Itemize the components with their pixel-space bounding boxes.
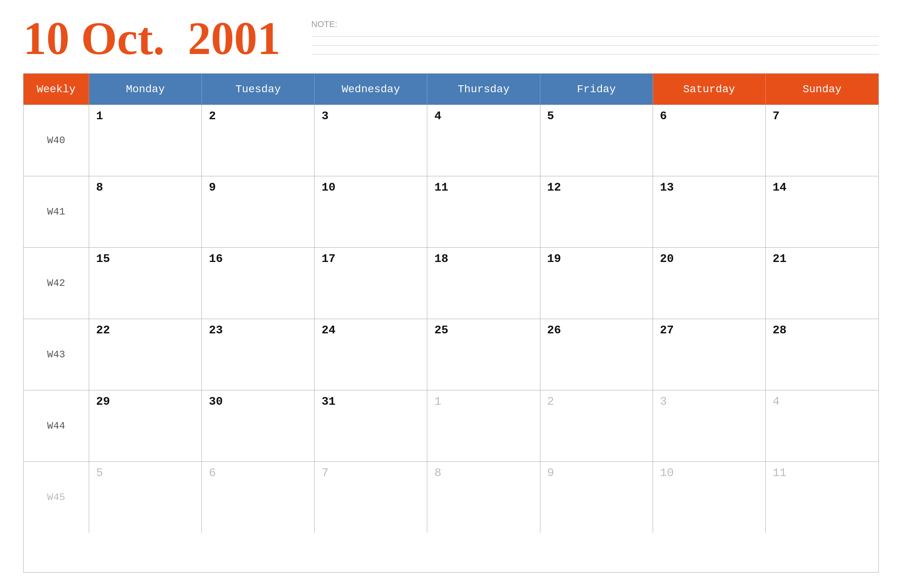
day-number: 6 xyxy=(660,110,667,123)
header-sunday: Sunday xyxy=(766,74,878,105)
day-number: 11 xyxy=(434,181,448,194)
day-number: 8 xyxy=(96,181,103,194)
day-cell: 19 xyxy=(540,248,653,319)
day-number: 5 xyxy=(547,110,554,123)
day-number: 19 xyxy=(547,252,561,265)
day-cell: 17 xyxy=(315,248,427,319)
week-label-W45: W45 xyxy=(24,462,89,533)
header-wednesday: Wednesday xyxy=(315,74,427,105)
header-left: 10 Oct. 2001 xyxy=(23,15,281,62)
day-number: 1 xyxy=(96,110,103,123)
header-friday: Friday xyxy=(540,74,653,105)
note-line-1 xyxy=(311,36,879,37)
day-cell: 21 xyxy=(766,248,878,319)
day-number: 2 xyxy=(209,110,216,123)
day-cell: 29 xyxy=(89,390,202,461)
day-cell: 30 xyxy=(202,390,315,461)
day-cell: 7 xyxy=(315,462,427,533)
header-saturday: Saturday xyxy=(653,74,766,105)
day-number: 25 xyxy=(434,324,448,337)
day-cell: 11 xyxy=(427,176,540,247)
calendar-row: W4322232425262728 xyxy=(24,319,878,390)
day-number: 3 xyxy=(660,395,667,408)
day-cell: 3 xyxy=(653,390,766,461)
day-cell: 5 xyxy=(540,105,653,176)
week-label-W43: W43 xyxy=(24,319,89,390)
day-number: 15 xyxy=(96,252,110,265)
day-cell: 6 xyxy=(202,462,315,533)
day-number: 13 xyxy=(660,181,674,194)
day-number: 10 xyxy=(660,466,674,480)
day-cell: 15 xyxy=(89,248,202,319)
day-cell: 31 xyxy=(315,390,427,461)
day-number: 9 xyxy=(547,466,554,480)
day-number: 20 xyxy=(660,252,674,265)
calendar-header: WeeklyMondayTuesdayWednesdayThursdayFrid… xyxy=(24,74,878,105)
day-number: 24 xyxy=(322,324,335,337)
week-label-W41: W41 xyxy=(24,176,89,247)
header-thursday: Thursday xyxy=(427,74,540,105)
week-label-W42: W42 xyxy=(24,248,89,319)
day-number: 4 xyxy=(434,110,441,123)
day-cell: 8 xyxy=(427,462,540,533)
day-number: 28 xyxy=(773,324,787,337)
note-lines xyxy=(311,36,879,54)
day-cell: 26 xyxy=(540,319,653,390)
header: 10 Oct. 2001 NOTE: xyxy=(23,15,879,62)
day-number: 21 xyxy=(773,252,787,265)
note-label: NOTE: xyxy=(311,19,879,29)
day-number: 7 xyxy=(322,466,328,480)
day-number: 22 xyxy=(96,324,110,337)
day-cell: 18 xyxy=(427,248,540,319)
day-cell: 7 xyxy=(766,105,878,176)
header-tuesday: Tuesday xyxy=(202,74,315,105)
calendar-row: W442930311234 xyxy=(24,390,878,461)
day-number: 16 xyxy=(209,252,223,265)
date-day: 10 Oct. xyxy=(23,15,165,62)
day-number: 14 xyxy=(773,181,787,194)
day-number: 30 xyxy=(209,395,223,408)
calendar: WeeklyMondayTuesdayWednesdayThursdayFrid… xyxy=(23,73,879,573)
day-number: 29 xyxy=(96,395,110,408)
day-number: 11 xyxy=(773,466,787,480)
day-number: 5 xyxy=(96,466,103,480)
calendar-row: W45567891011 xyxy=(24,461,878,533)
day-cell: 11 xyxy=(766,462,878,533)
calendar-row: W4215161718192021 xyxy=(24,247,878,319)
day-cell: 20 xyxy=(653,248,766,319)
day-cell: 5 xyxy=(89,462,202,533)
day-cell: 13 xyxy=(653,176,766,247)
day-cell: 6 xyxy=(653,105,766,176)
day-cell: 12 xyxy=(540,176,653,247)
day-cell: 14 xyxy=(766,176,878,247)
week-label-W40: W40 xyxy=(24,105,89,176)
day-cell: 25 xyxy=(427,319,540,390)
day-cell: 3 xyxy=(315,105,427,176)
day-number: 4 xyxy=(773,395,780,408)
day-cell: 10 xyxy=(653,462,766,533)
day-number: 18 xyxy=(434,252,448,265)
day-number: 17 xyxy=(322,252,335,265)
day-cell: 2 xyxy=(202,105,315,176)
week-label-W44: W44 xyxy=(24,390,89,461)
day-number: 23 xyxy=(209,324,223,337)
day-cell: 28 xyxy=(766,319,878,390)
page: 10 Oct. 2001 NOTE: WeeklyMondayTuesdayWe… xyxy=(0,0,902,588)
day-number: 7 xyxy=(773,110,780,123)
day-cell: 8 xyxy=(89,176,202,247)
day-number: 8 xyxy=(434,466,441,480)
day-number: 10 xyxy=(322,181,335,194)
day-number: 9 xyxy=(209,181,216,194)
day-cell: 4 xyxy=(766,390,878,461)
day-cell: 27 xyxy=(653,319,766,390)
calendar-row: W41891011121314 xyxy=(24,176,878,247)
day-cell: 2 xyxy=(540,390,653,461)
day-cell: 1 xyxy=(89,105,202,176)
day-cell: 10 xyxy=(315,176,427,247)
day-cell: 4 xyxy=(427,105,540,176)
day-cell: 9 xyxy=(540,462,653,533)
day-number: 6 xyxy=(209,466,216,480)
header-monday: Monday xyxy=(89,74,202,105)
day-cell: 24 xyxy=(315,319,427,390)
day-number: 31 xyxy=(322,395,335,408)
